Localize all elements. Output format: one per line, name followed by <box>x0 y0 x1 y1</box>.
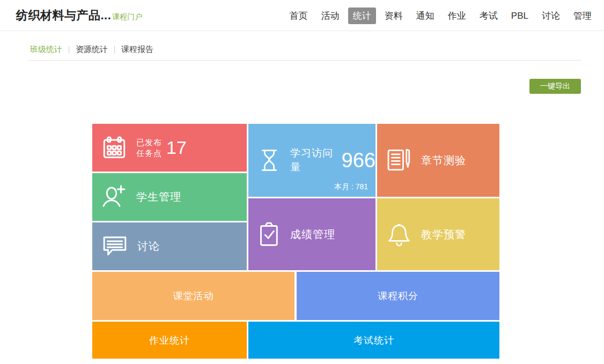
document-pen-icon <box>386 147 413 174</box>
tile-course-points[interactable]: 课程积分 <box>297 272 499 320</box>
nav-item-notices[interactable]: 通知 <box>411 8 439 24</box>
page-title: 纺织材料与产品... <box>16 8 111 24</box>
visits-month-value: 本月 : 781 <box>334 182 368 192</box>
nav-item-exams[interactable]: 考试 <box>475 8 503 24</box>
tab-class-stats[interactable]: 班级统计 <box>30 44 62 55</box>
nav-item-homework[interactable]: 作业 <box>443 8 471 24</box>
nav-item-statistics[interactable]: 统计 <box>348 8 376 24</box>
clipboard-check-icon <box>257 221 282 248</box>
visits-value: 966 <box>342 149 375 172</box>
nav-item-discussion[interactable]: 讨论 <box>537 8 565 24</box>
tile-label: 课堂活动 <box>173 289 214 302</box>
stats-tile-grid: 已发布 任务点 17 学习访问量 966 本月 : 781 <box>92 124 499 359</box>
course-portal-link[interactable]: 课程门户 <box>112 12 142 22</box>
tile-label: 已发布 任务点 <box>136 137 162 158</box>
bell-icon <box>386 220 413 248</box>
speech-bubble-icon <box>101 234 129 259</box>
tile-label: 成绩管理 <box>290 227 335 242</box>
tile-label: 讨论 <box>137 239 160 254</box>
tile-label: 教学预警 <box>421 227 466 242</box>
tile-grade-management[interactable]: 成绩管理 <box>248 198 375 270</box>
tile-label: 课程积分 <box>378 289 418 302</box>
divider <box>114 46 115 54</box>
export-button[interactable]: 一键导出 <box>529 79 581 94</box>
tile-label: 学习访问量 <box>290 146 336 174</box>
subnav: 班级统计 资源统计 课程报告 <box>30 44 153 55</box>
tab-resource-stats[interactable]: 资源统计 <box>76 44 108 55</box>
nav-item-pbl[interactable]: PBL <box>506 9 533 24</box>
nav-item-home[interactable]: 首页 <box>285 8 313 24</box>
tile-published-tasks[interactable]: 已发布 任务点 17 <box>92 124 247 172</box>
main-nav: 首页 活动 统计 资料 通知 作业 考试 PBL 讨论 管理 <box>285 8 596 24</box>
tile-label: 作业统计 <box>149 334 190 347</box>
nav-item-activity[interactable]: 活动 <box>316 8 344 24</box>
tile-exam-stats[interactable]: 考试统计 <box>248 322 499 359</box>
tile-discussion[interactable]: 讨论 <box>92 222 247 270</box>
tile-homework-stats[interactable]: 作业统计 <box>92 322 247 359</box>
tile-teaching-alert[interactable]: 教学预警 <box>377 198 499 270</box>
tile-learning-visits[interactable]: 学习访问量 966 本月 : 781 <box>248 124 375 197</box>
nav-item-manage[interactable]: 管理 <box>569 8 596 24</box>
tile-student-management[interactable]: 学生管理 <box>92 173 247 221</box>
hourglass-icon <box>257 147 282 174</box>
nav-item-materials[interactable]: 资料 <box>380 8 408 24</box>
brand: 纺织材料与产品... 课程门户 <box>16 8 142 24</box>
tab-course-report[interactable]: 课程报告 <box>121 44 153 55</box>
person-plus-icon <box>101 184 128 211</box>
tile-label: 考试统计 <box>353 334 394 347</box>
tile-class-activity[interactable]: 课堂活动 <box>92 272 294 320</box>
calendar-icon <box>101 135 128 161</box>
tile-chapter-quiz[interactable]: 章节测验 <box>377 124 499 197</box>
tile-label: 学生管理 <box>136 190 181 204</box>
header: 纺织材料与产品... 课程门户 首页 活动 统计 资料 通知 作业 考试 PBL… <box>0 0 604 31</box>
stats-page: 纺织材料与产品... 课程门户 首页 活动 统计 资料 通知 作业 考试 PBL… <box>0 0 604 364</box>
divider <box>69 46 69 54</box>
divider <box>28 60 581 61</box>
published-tasks-value: 17 <box>166 137 187 158</box>
tile-label: 章节测验 <box>421 153 466 168</box>
